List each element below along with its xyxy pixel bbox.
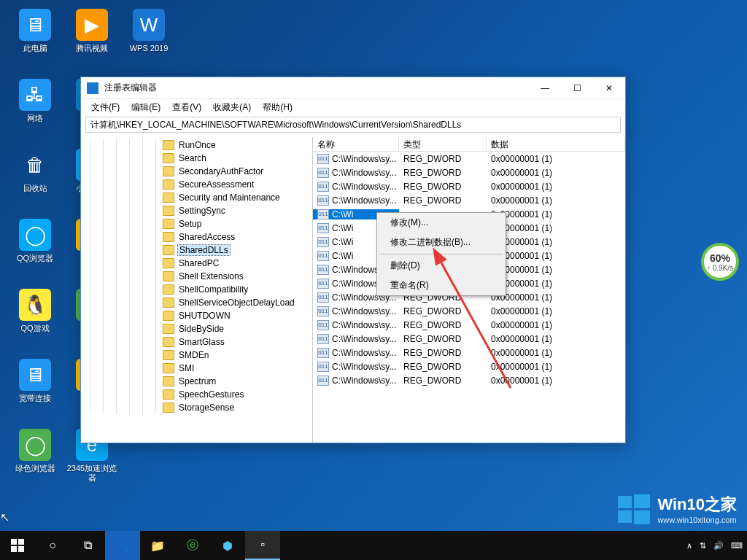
context-menu-item[interactable]: 修改(M)... [377,213,506,233]
tree-label: SmartGlass [177,337,226,347]
tree-label: ShellCompatibility [177,284,249,295]
col-type[interactable]: 类型 [399,137,487,151]
tree-label: RunOnce [177,140,217,150]
context-menu-item[interactable]: 重命名(R) [377,276,506,295]
context-menu-item[interactable]: 删除(D) [377,256,506,276]
value-name: C:\Wi [332,209,353,219]
desktop-icon[interactable]: ◯QQ浏览器 [9,216,61,280]
value-row[interactable]: 011C:\Windows\sy...REG_DWORD0x00000001 (… [313,332,625,346]
cortana-button[interactable]: ○ [35,531,70,560]
tree-label: SpeechGestures [177,389,245,400]
tree-node[interactable]: Shell Extensions [84,270,312,283]
menu-item[interactable]: 编辑(E) [127,100,165,115]
tree-node[interactable]: Spectrum [84,375,312,388]
tree-node[interactable]: Setup [84,217,312,230]
desktop-icon[interactable]: 🗑回收站 [9,146,61,210]
titlebar[interactable]: 注册表编辑器 — ☐ ✕ [81,77,625,99]
tree-node[interactable]: SecureAssessment [84,178,312,191]
tree-node[interactable]: SHUTDOWN [84,309,312,322]
col-name[interactable]: 名称 [313,137,399,151]
tree-node[interactable]: SMDEn [84,349,312,362]
icon-label: 绿色浏览器 [15,464,55,473]
menu-item[interactable]: 收藏夹(A) [209,100,255,115]
tree-pane[interactable]: RunOnceSearchSecondaryAuthFactorSecureAs… [81,137,313,443]
tree-node[interactable]: Search [84,152,312,165]
tree-node[interactable]: SettingSync [84,204,312,217]
taskbar-ie[interactable]: ⓔ [175,531,210,560]
value-name: C:\Windows\sy... [332,306,396,316]
reg-dword-icon: 011 [317,168,329,178]
tree-node[interactable]: SecondaryAuthFactor [84,165,312,178]
value-data: 0x00000001 (1) [487,168,625,178]
value-name: C:\Wi [332,237,353,247]
desktop-icon[interactable]: ◯绿色浏览器 [9,426,61,490]
start-button[interactable] [0,531,35,560]
speed-gauge[interactable]: 60% ↑ 0.9K/s [701,243,739,281]
tree-node[interactable]: ShellServiceObjectDelayLoad [84,296,312,309]
app-icon: 🖥 [19,9,51,41]
col-data[interactable]: 数据 [487,137,625,151]
menu-item[interactable]: 查看(V) [168,100,206,115]
close-button[interactable]: ✕ [593,77,625,98]
tree-node[interactable]: StorageSense [84,401,312,414]
tree-node[interactable]: RunOnce [84,139,312,152]
tree-node[interactable]: ShellCompatibility [84,283,312,296]
value-row[interactable]: 011C:\Windows\sy...REG_DWORD0x00000001 (… [313,304,625,318]
desktop-icon[interactable]: 🖥此电脑 [9,6,61,70]
menu-item[interactable]: 帮助(H) [258,100,297,115]
tree-node[interactable]: SharedAccess [84,230,312,244]
reg-dword-icon: 011 [317,334,329,344]
tree-node[interactable]: Security and Maintenance [84,191,312,204]
value-row[interactable]: 011C:\Windows\sy...REG_DWORD0x00000001 (… [313,166,625,179]
folder-icon [163,311,174,321]
tray-chevron-icon[interactable]: ∧ [686,541,692,551]
tree-node[interactable]: SharedPC [84,257,312,270]
value-data: 0x00000001 (1) [487,306,625,316]
desktop-icon[interactable]: WWPS 2019 [123,6,175,70]
icon-label: WPS 2019 [130,44,169,53]
address-bar[interactable]: 计算机\HKEY_LOCAL_MACHINE\SOFTWARE\Microsof… [85,117,621,133]
minimize-button[interactable]: — [529,77,561,98]
taskview-button[interactable]: ⧉ [70,531,105,560]
value-name: C:\Windows\sy... [332,334,396,344]
desktop-icon[interactable]: ▶腾讯视频 [66,6,118,70]
taskbar-folder[interactable]: 📁 [140,531,175,560]
desktop-icon[interactable]: 🖧网络 [9,76,61,140]
tray-ime-icon[interactable]: ⌨ [731,541,743,551]
menu-item[interactable]: 文件(F) [87,100,124,115]
svg-rect-3 [618,510,632,523]
panes: RunOnceSearchSecondaryAuthFactorSecureAs… [81,137,625,443]
value-row[interactable]: 011C:\Windows\sy...REG_DWORD0x00000001 (… [313,359,625,373]
value-name: C:\Wi [332,251,353,261]
value-name: C:\Windows\sy... [332,362,396,372]
desktop-icon[interactable]: 🖥宽带连接 [9,356,61,420]
taskbar-regedit[interactable]: ▫ [245,531,280,560]
icon-label: 此电脑 [23,44,47,53]
taskbar-app-1[interactable]: 🐾 [105,531,140,560]
tree-node[interactable]: SharedDLLs [84,244,312,257]
value-row[interactable]: 011C:\Windows\sy...REG_DWORD0x00000001 (… [313,318,625,332]
value-data: 0x00000001 (1) [487,251,625,261]
value-type: REG_DWORD [399,362,487,372]
folder-icon [163,206,174,216]
tree-node[interactable]: SpeechGestures [84,388,312,401]
value-type: REG_DWORD [399,376,487,386]
value-row[interactable]: 011C:\Windows\sy...REG_DWORD0x00000001 (… [313,152,625,166]
value-row[interactable]: 011C:\Windows\sy...REG_DWORD0x00000001 (… [313,193,625,207]
icon-label: 网络 [27,114,43,123]
desktop-icon[interactable]: 🐧QQ游戏 [9,286,61,350]
value-row[interactable]: 011C:\Windows\sy...REG_DWORD0x00000001 (… [313,373,625,387]
svg-rect-1 [618,496,632,508]
tree-node[interactable]: SmartGlass [84,335,312,349]
gauge-speed: ↑ 0.9K/s [707,264,733,272]
taskbar-store[interactable]: ⬢ [210,531,245,560]
context-menu-item[interactable]: 修改二进制数据(B)... [377,233,506,252]
maximize-button[interactable]: ☐ [561,77,593,98]
tray-volume-icon[interactable]: 🔊 [713,541,724,551]
tray-network-icon[interactable]: ⇅ [700,541,706,551]
tree-label: StorageSense [177,402,236,413]
value-row[interactable]: 011C:\Windows\sy...REG_DWORD0x00000001 (… [313,179,625,193]
value-row[interactable]: 011C:\Windows\sy...REG_DWORD0x00000001 (… [313,346,625,359]
tree-node[interactable]: SideBySide [84,322,312,335]
tree-node[interactable]: SMI [84,362,312,375]
